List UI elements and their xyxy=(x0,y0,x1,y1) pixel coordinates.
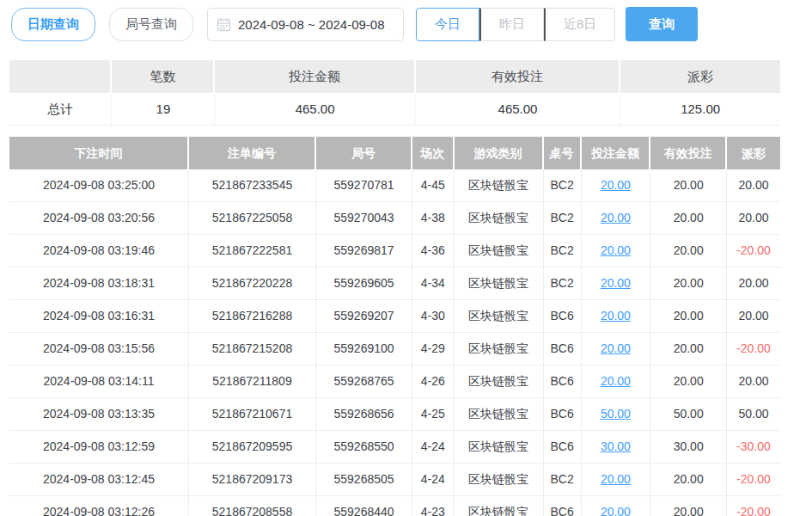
cell-game-type: 区块链骰宝 xyxy=(455,398,544,431)
bet-amount-link[interactable]: 30.00 xyxy=(601,439,631,453)
quick-range-yesterday-button[interactable]: 昨日 xyxy=(479,8,544,41)
table-row: 2024-09-08 03:12:45521867209173559268505… xyxy=(9,464,780,496)
cell-round-id: 559268765 xyxy=(316,366,412,398)
cell-payout: 20.00 xyxy=(727,267,780,300)
summary-header-valid-bet: 有效投注 xyxy=(416,60,621,93)
bet-amount-link[interactable]: 20.00 xyxy=(601,341,631,355)
cell-valid-bet: 50.00 xyxy=(650,398,727,431)
summary-total-payout: 125.00 xyxy=(620,93,780,126)
cell-round-id: 559269207 xyxy=(316,300,412,333)
cell-valid-bet: 20.00 xyxy=(650,267,727,300)
cell-bet-time: 2024-09-08 03:14:11 xyxy=(9,366,189,398)
cell-game-type: 区块链骰宝 xyxy=(455,333,544,366)
cell-bet-amount: 20.00 xyxy=(582,496,651,516)
cell-table-no: BC2 xyxy=(544,464,582,496)
cell-round-id: 559268656 xyxy=(316,398,412,431)
cell-session: 4-29 xyxy=(412,333,454,366)
bet-amount-link[interactable]: 20.00 xyxy=(601,374,631,388)
cell-bet-id: 521867210671 xyxy=(189,398,316,431)
cell-session: 4-26 xyxy=(412,366,454,398)
cell-table-no: BC2 xyxy=(544,267,582,300)
cell-valid-bet: 20.00 xyxy=(650,300,727,333)
bet-amount-link[interactable]: 20.00 xyxy=(601,178,631,192)
cell-game-type: 区块链骰宝 xyxy=(455,431,544,464)
cell-bet-time: 2024-09-08 03:25:00 xyxy=(9,169,189,202)
table-row: 2024-09-08 03:20:56521867225058559270043… xyxy=(9,202,780,235)
bet-amount-link[interactable]: 20.00 xyxy=(601,276,631,290)
cell-payout: 20.00 xyxy=(727,202,780,235)
cell-bet-id: 521867233545 xyxy=(189,169,316,202)
cell-round-id: 559268505 xyxy=(316,464,412,496)
cell-payout: -20.00 xyxy=(727,464,780,496)
cell-bet-time: 2024-09-08 03:13:35 xyxy=(9,398,189,431)
table-row: 2024-09-08 03:16:31521867216288559269207… xyxy=(9,300,780,333)
bet-amount-link[interactable]: 50.00 xyxy=(601,407,631,421)
calendar-icon[interactable] xyxy=(217,17,231,32)
cell-session: 4-34 xyxy=(412,267,454,300)
summary-total-bet-amount: 465.00 xyxy=(215,93,415,126)
cell-table-no: BC2 xyxy=(544,235,582,267)
summary-header-count: 笔数 xyxy=(112,60,215,93)
cell-round-id: 559268550 xyxy=(316,431,412,464)
cell-bet-id: 521867209595 xyxy=(189,431,316,464)
table-body: 2024-09-08 03:25:00521867233545559270781… xyxy=(9,169,780,516)
summary-total-row: 总计 19 465.00 465.00 125.00 xyxy=(9,93,780,126)
cell-game-type: 区块链骰宝 xyxy=(455,300,544,333)
column-header-bet-id: 注单编号 xyxy=(189,137,316,169)
cell-bet-amount: 20.00 xyxy=(582,267,651,300)
cell-bet-id: 521867222581 xyxy=(189,235,316,267)
cell-bet-time: 2024-09-08 03:16:31 xyxy=(9,300,189,333)
cell-bet-amount: 20.00 xyxy=(582,333,651,366)
summary-header-blank xyxy=(9,60,112,93)
cell-bet-time: 2024-09-08 03:19:46 xyxy=(9,235,189,267)
cell-round-id: 559269605 xyxy=(316,267,412,300)
date-range-input[interactable]: 2024-09-08 ~ 2024-09-08 xyxy=(207,8,404,41)
toolbar: 日期查询 局号查询 2024-09-08 ~ 2024-09-08 今日 昨日 … xyxy=(0,0,812,41)
cell-bet-amount: 20.00 xyxy=(582,169,651,202)
cell-bet-amount: 30.00 xyxy=(582,431,651,464)
bet-amount-link[interactable]: 20.00 xyxy=(601,211,631,224)
cell-session: 4-36 xyxy=(412,235,454,267)
cell-game-type: 区块链骰宝 xyxy=(455,235,544,267)
summary-table: 笔数 投注金额 有效投注 派彩 总计 19 465.00 465.00 125.… xyxy=(9,60,780,126)
cell-round-id: 559268440 xyxy=(316,496,412,516)
cell-bet-amount: 20.00 xyxy=(582,235,651,267)
summary-header-row: 笔数 投注金额 有效投注 派彩 xyxy=(9,60,780,93)
quick-range-today-button[interactable]: 今日 xyxy=(416,8,479,41)
cell-game-type: 区块链骰宝 xyxy=(455,366,544,398)
table-row: 2024-09-08 03:14:11521867211809559268765… xyxy=(9,366,780,398)
table-row: 2024-09-08 03:19:46521867222581559269817… xyxy=(9,235,780,267)
cell-bet-id: 521867208558 xyxy=(189,496,316,516)
cell-payout: -20.00 xyxy=(727,235,780,267)
cell-valid-bet: 20.00 xyxy=(650,464,727,496)
round-query-tab-button[interactable]: 局号查询 xyxy=(109,8,193,41)
cell-payout: 20.00 xyxy=(727,300,780,333)
search-button[interactable]: 查询 xyxy=(626,7,698,41)
summary-total-label: 总计 xyxy=(9,93,112,126)
cell-bet-time: 2024-09-08 03:12:59 xyxy=(9,431,189,464)
bet-amount-link[interactable]: 20.00 xyxy=(601,243,631,257)
table-header-row: 下注时间 注单编号 局号 场次 游戏类别 桌号 投注金额 有效投注 派彩 xyxy=(9,137,780,169)
quick-range-button-group: 今日 昨日 近8日 xyxy=(416,8,615,41)
cell-valid-bet: 20.00 xyxy=(650,496,727,516)
column-header-table-no: 桌号 xyxy=(544,137,582,169)
table-row: 2024-09-08 03:13:35521867210671559268656… xyxy=(9,398,780,431)
cell-bet-amount: 50.00 xyxy=(582,398,651,431)
bet-amount-link[interactable]: 20.00 xyxy=(601,309,631,322)
cell-valid-bet: 20.00 xyxy=(650,202,727,235)
table-row: 2024-09-08 03:18:31521867220228559269605… xyxy=(9,267,780,300)
cell-game-type: 区块链骰宝 xyxy=(455,202,544,235)
date-query-tab-button[interactable]: 日期查询 xyxy=(11,8,95,41)
cell-valid-bet: 30.00 xyxy=(650,431,727,464)
cell-valid-bet: 20.00 xyxy=(650,169,727,202)
quick-range-last8days-button[interactable]: 近8日 xyxy=(544,8,615,41)
cell-table-no: BC6 xyxy=(544,300,582,333)
cell-bet-id: 521867220228 xyxy=(189,267,316,300)
cell-bet-amount: 20.00 xyxy=(582,366,651,398)
bet-amount-link[interactable]: 20.00 xyxy=(601,505,631,516)
cell-bet-time: 2024-09-08 03:12:26 xyxy=(9,496,189,516)
cell-bet-id: 521867225058 xyxy=(189,202,316,235)
bet-records-table: 下注时间 注单编号 局号 场次 游戏类别 桌号 投注金额 有效投注 派彩 202… xyxy=(9,137,780,516)
bet-amount-link[interactable]: 20.00 xyxy=(601,472,631,486)
cell-bet-id: 521867216288 xyxy=(189,300,316,333)
